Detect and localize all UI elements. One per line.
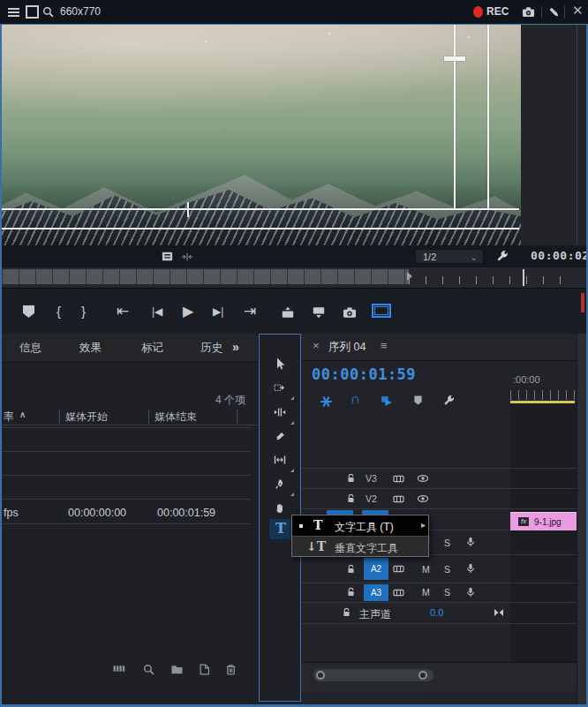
zoom-magnifier-icon[interactable] xyxy=(143,664,155,675)
lock-icon[interactable] xyxy=(346,587,356,598)
new-bin-folder-icon[interactable] xyxy=(170,664,184,674)
sync-lock-icon[interactable] xyxy=(393,564,404,574)
annotate-pencil-icon[interactable] xyxy=(548,6,560,18)
textbox-handle[interactable] xyxy=(444,56,465,61)
new-item-icon[interactable] xyxy=(199,664,210,675)
go-to-out-icon[interactable]: ⇥ xyxy=(244,301,256,322)
step-back-icon[interactable]: |◀ xyxy=(152,301,162,322)
scrubber-bar[interactable] xyxy=(2,269,409,284)
extract-icon[interactable] xyxy=(312,306,326,319)
zoom-handle-right[interactable] xyxy=(418,671,427,680)
lift-icon[interactable] xyxy=(281,306,295,319)
column-media-start[interactable]: 媒体开始 xyxy=(65,410,108,425)
view-bars-icon[interactable] xyxy=(113,664,126,673)
tab-markers[interactable]: 标记 xyxy=(141,341,163,356)
close-icon[interactable]: ✕ xyxy=(572,3,584,19)
search-icon[interactable] xyxy=(42,6,54,18)
timeline-timecode[interactable]: 00:00:01:59 xyxy=(312,365,416,383)
mute-button[interactable]: M xyxy=(422,564,430,575)
fit-width-icon[interactable] xyxy=(181,252,193,261)
mute-button[interactable]: M xyxy=(422,587,430,598)
razor-tool[interactable] xyxy=(260,427,300,450)
zoom-scrollbar-track[interactable] xyxy=(313,669,433,681)
tab-history[interactable]: 历史 xyxy=(200,341,222,356)
ripple-edit-tool[interactable] xyxy=(260,403,300,426)
flyout-item-label: 文字工具 (T) xyxy=(335,520,394,535)
tab-effects[interactable]: 效果 xyxy=(79,341,102,356)
column-divider[interactable] xyxy=(59,410,60,424)
selection-tool[interactable] xyxy=(260,354,300,377)
monitor-timecode[interactable]: 00:00:02:0 xyxy=(531,249,588,262)
lock-icon[interactable] xyxy=(342,607,351,618)
settings-strip-icon[interactable] xyxy=(162,251,173,262)
close-tab-icon[interactable]: × xyxy=(313,339,320,352)
track-target-a2[interactable]: A2 xyxy=(364,558,388,580)
toggle-visibility-eye-icon[interactable] xyxy=(417,494,429,503)
column-media-end[interactable]: 媒体结束 xyxy=(155,410,197,425)
snap-icon[interactable] xyxy=(320,395,332,407)
slip-tool[interactable] xyxy=(260,451,300,474)
export-frame-camera-icon[interactable] xyxy=(343,306,357,319)
mic-icon[interactable] xyxy=(465,587,476,598)
clip-attributes-row[interactable]: fps 00:00:00:00 00:00:01:59 xyxy=(2,501,257,524)
tab-overflow-icon[interactable]: » xyxy=(232,340,239,354)
scrubber-playhead[interactable] xyxy=(523,269,524,286)
zoom-handle-left[interactable] xyxy=(316,671,325,680)
monitor-zoom-select[interactable]: 1/2 ⌄ xyxy=(415,249,484,264)
safe-margins-button[interactable] xyxy=(372,304,391,318)
add-marker-icon[interactable] xyxy=(23,305,34,318)
pen-tool[interactable] xyxy=(260,475,300,498)
screenshot-camera-icon[interactable] xyxy=(522,6,535,18)
track-select-tool[interactable] xyxy=(260,379,300,402)
mark-in-icon[interactable]: { xyxy=(57,301,61,322)
lock-icon[interactable] xyxy=(346,473,356,484)
mic-icon[interactable] xyxy=(465,563,476,574)
mic-icon[interactable] xyxy=(465,537,476,547)
play-icon[interactable]: ▶ xyxy=(183,301,193,322)
solo-button[interactable]: S xyxy=(444,564,450,575)
textbox-edge-horizontal[interactable] xyxy=(0,208,519,210)
go-to-in-icon[interactable]: ⇤ xyxy=(117,301,129,322)
flyout-item-type-tool[interactable]: T 文字工具 (T) ▸ xyxy=(292,515,428,536)
track-name[interactable]: V2 xyxy=(366,493,377,504)
sync-lock-icon[interactable] xyxy=(393,494,404,504)
monitor-wrench-icon[interactable] xyxy=(495,250,509,263)
menu-icon[interactable] xyxy=(8,6,19,19)
panel-menu-icon[interactable]: ≡ xyxy=(381,339,388,352)
solo-button[interactable]: S xyxy=(444,587,450,598)
sequence-tab-title[interactable]: 序列 04 xyxy=(328,340,366,355)
monitor-scrubber[interactable] xyxy=(0,267,588,288)
lock-icon[interactable] xyxy=(346,493,356,504)
timeline-marker-icon[interactable] xyxy=(413,395,423,406)
track-name[interactable]: V3 xyxy=(366,473,377,484)
tab-info[interactable]: 信息 xyxy=(19,341,41,356)
sort-asc-icon[interactable]: ∧ xyxy=(19,410,26,419)
textbox-edge-vertical[interactable] xyxy=(487,25,489,210)
lock-icon[interactable] xyxy=(346,564,356,575)
trash-icon[interactable] xyxy=(225,664,237,675)
textbox-edge-vertical[interactable] xyxy=(454,25,456,210)
flyout-item-label: 垂直文字工具 xyxy=(335,541,398,556)
column-divider[interactable] xyxy=(148,410,149,424)
solo-button[interactable]: S xyxy=(444,538,450,548)
column-divider[interactable] xyxy=(237,410,237,424)
mark-out-icon[interactable]: } xyxy=(81,301,86,322)
timeline-wrench-icon[interactable] xyxy=(442,395,455,407)
track-target-a3[interactable]: A3 xyxy=(364,584,388,601)
window-mode-icon[interactable] xyxy=(26,5,39,19)
type-tool-selected[interactable]: T xyxy=(268,518,293,540)
bowtie-keyframe-icon[interactable] xyxy=(494,608,504,617)
flyout-item-vertical-type-tool[interactable]: ↓T 垂直文字工具 xyxy=(292,536,428,556)
toggle-visibility-eye-icon[interactable] xyxy=(417,474,429,483)
nest-sequence-icon[interactable] xyxy=(381,395,393,406)
column-rate[interactable]: 率 xyxy=(4,410,14,425)
video-preview[interactable] xyxy=(0,25,521,246)
textbox-edge-horizontal[interactable] xyxy=(0,228,519,229)
linked-selection-icon[interactable]: ∩ xyxy=(351,391,360,406)
timeline-tab-bar: × 序列 04 ≡ xyxy=(301,334,588,361)
step-forward-icon[interactable]: ▶| xyxy=(213,301,223,322)
sync-lock-icon[interactable] xyxy=(393,588,404,598)
timeline-ruler[interactable] xyxy=(510,390,577,400)
master-level-value[interactable]: 0.0 xyxy=(430,607,443,618)
sync-lock-icon[interactable] xyxy=(393,474,404,484)
